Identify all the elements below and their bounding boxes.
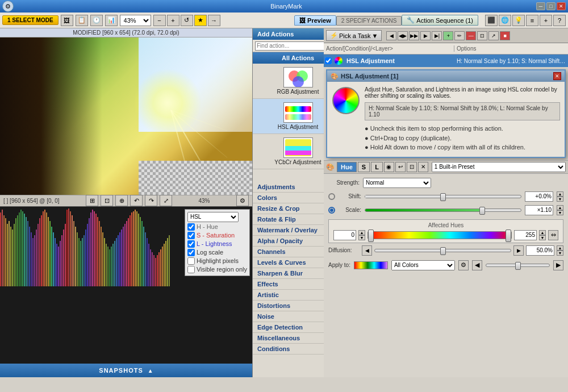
rt-nav-1[interactable]: ◀ <box>386 31 396 40</box>
scale-thumb[interactable] <box>479 207 485 215</box>
diffusion-spin-up[interactable]: ▲ <box>557 245 563 251</box>
hue-start-input[interactable] <box>333 230 356 240</box>
zoom-select[interactable]: 43%50%100% <box>120 15 151 26</box>
diffusion-spin-down[interactable]: ▼ <box>557 251 563 256</box>
hue-start-up[interactable]: ▲ <box>358 230 365 235</box>
rt-nav-2[interactable]: ◀▶ <box>398 31 408 40</box>
settings-status-btn[interactable]: ⚙ <box>236 195 249 206</box>
zoom-out-btn[interactable]: − <box>153 15 166 26</box>
seq-checkbox[interactable] <box>324 57 333 64</box>
arrow-btn[interactable]: → <box>208 15 220 26</box>
rt-edit[interactable]: ✏ <box>454 31 465 40</box>
find-action-input[interactable] <box>255 41 331 51</box>
scale-slider[interactable] <box>365 208 521 212</box>
shift-value[interactable] <box>525 191 553 202</box>
expand-btn[interactable]: ⤢ <box>160 195 172 206</box>
shift-radio[interactable] <box>328 193 335 200</box>
scale-spin-down[interactable]: ▼ <box>557 210 563 215</box>
nav-icon-2[interactable]: 🌐 <box>499 15 511 26</box>
zoom-in2-btn[interactable]: ⊕ <box>115 195 128 206</box>
sequence-row[interactable]: HSL Adjustment H: Normal Scale by 1.10; … <box>324 55 568 67</box>
apply-left-btn[interactable]: ◀ <box>472 260 482 270</box>
star-btn[interactable]: ★ <box>194 15 207 26</box>
diffusion-value[interactable] <box>526 245 554 256</box>
nav-icon-1[interactable]: ⬛ <box>485 15 498 26</box>
rt-add[interactable]: + <box>443 31 453 40</box>
rt-stop[interactable]: ■ <box>500 31 510 40</box>
tb-icon-3[interactable]: 🕐 <box>90 15 103 26</box>
hsl-popup-close-btn[interactable]: ✕ <box>553 72 561 80</box>
hsl-tab-sat[interactable]: S <box>358 162 370 172</box>
minimize-btn[interactable]: ─ <box>536 2 545 10</box>
diffusion-slider[interactable] <box>374 249 511 252</box>
hsl-tab-reset[interactable]: ◉ <box>384 162 394 172</box>
zoom-actual-btn[interactable]: ⊡ <box>101 195 113 206</box>
hsl-tab-delete[interactable]: ✕ <box>418 162 428 172</box>
rt-export[interactable]: ↗ <box>488 31 499 40</box>
tb-icon-2[interactable]: 📋 <box>76 15 88 26</box>
svg-rect-94 <box>160 249 161 286</box>
tb-icon-1[interactable]: 🖼 <box>61 15 73 26</box>
sat-checkbox[interactable]: S - Saturation <box>187 232 247 239</box>
pick-task-btn[interactable]: ⚡ Pick a Task ▼ <box>326 30 382 41</box>
apply-slider[interactable] <box>486 264 550 267</box>
close-btn[interactable]: ✕ <box>557 2 566 10</box>
histo-channel-select[interactable]: HSLRGBLuminance <box>187 212 239 222</box>
scale-row: Scale: ▲ ▼ <box>328 205 563 216</box>
light-checkbox[interactable]: L - Lightness <box>187 240 247 248</box>
apply-select[interactable]: All Colors <box>391 260 456 270</box>
snapshots-bar[interactable]: SNAPSHOTS ▲ <box>0 364 252 377</box>
tab-specify[interactable]: 2 SPECIFY ACTIONS <box>336 16 402 26</box>
shift-thumb[interactable] <box>440 193 446 201</box>
rotate-right-btn[interactable]: ↷ <box>145 195 157 206</box>
hsl-tab-light[interactable]: L <box>371 162 383 172</box>
hsl-tab-copy[interactable]: ⊡ <box>407 162 417 172</box>
rt-copy[interactable]: ⊡ <box>477 31 487 40</box>
hue-start-down[interactable]: ▼ <box>358 235 365 240</box>
nav-add[interactable]: + <box>540 15 552 26</box>
rotate-left-btn[interactable]: ↶ <box>130 195 143 206</box>
strength-select[interactable]: NormalStrongWeak <box>363 178 431 188</box>
maximize-btn[interactable]: □ <box>546 2 556 10</box>
tab-sequence[interactable]: 🔧 Action Sequence (1) <box>402 15 478 26</box>
hue-checkbox[interactable]: H - Hue <box>187 223 247 231</box>
diffusion-thumb[interactable] <box>440 247 446 255</box>
nav-help[interactable]: ? <box>553 15 566 26</box>
apply-right-btn[interactable]: ▶ <box>553 260 563 270</box>
logscale-checkbox[interactable]: Log scale <box>187 249 247 256</box>
apply-thumb[interactable] <box>515 262 521 270</box>
hue-left-thumb[interactable] <box>368 230 374 242</box>
apply-settings-btn[interactable]: ⚙ <box>458 260 469 270</box>
histogram-icon[interactable]: 📊 <box>105 15 118 26</box>
visible-checkbox[interactable]: Visible region only <box>187 266 247 273</box>
hue-end-down[interactable]: ▼ <box>539 235 546 240</box>
hue-right-thumb[interactable] <box>506 230 511 242</box>
rt-nav-5[interactable]: ▶| <box>432 31 442 40</box>
shift-slider[interactable] <box>365 195 521 198</box>
nav-icon-3[interactable]: 💡 <box>512 15 525 26</box>
refresh-btn[interactable]: ↺ <box>181 15 193 26</box>
rt-nav-4[interactable]: ▶ <box>420 31 431 40</box>
scale-radio[interactable] <box>328 207 335 214</box>
hue-end-up[interactable]: ▲ <box>539 230 546 235</box>
highlight-checkbox[interactable]: Highlight pixels <box>187 257 247 265</box>
scale-value[interactable] <box>525 205 553 215</box>
zoom-in-btn[interactable]: + <box>167 15 179 26</box>
scale-spin-up[interactable]: ▲ <box>557 205 563 210</box>
diffusion-left-btn[interactable]: ◀ <box>362 245 372 256</box>
hue-end-input[interactable] <box>514 230 537 240</box>
nav-icon-4[interactable]: ≡ <box>526 15 538 26</box>
select-mode-btn[interactable]: 1 SELECT MODE <box>2 15 59 25</box>
hue-reset-btn[interactable]: ⇔ <box>548 230 558 240</box>
rt-nav-3[interactable]: ▶▶ <box>409 31 419 40</box>
hsl-tab-undo[interactable]: ↩ <box>395 162 406 172</box>
preset-select[interactable]: 1 Built-in Preset <box>432 162 566 172</box>
hue-gradient[interactable] <box>367 231 512 239</box>
rt-delete[interactable]: — <box>466 31 476 40</box>
shift-spin-down[interactable]: ▼ <box>557 197 563 202</box>
diffusion-right-btn[interactable]: ▶ <box>513 245 524 256</box>
tab-preview[interactable]: 🖼 Preview <box>294 15 336 26</box>
hsl-tab-hue[interactable]: Hue <box>337 162 357 172</box>
shift-spin-up[interactable]: ▲ <box>557 191 563 197</box>
zoom-fit-btn[interactable]: ⊞ <box>86 195 98 206</box>
